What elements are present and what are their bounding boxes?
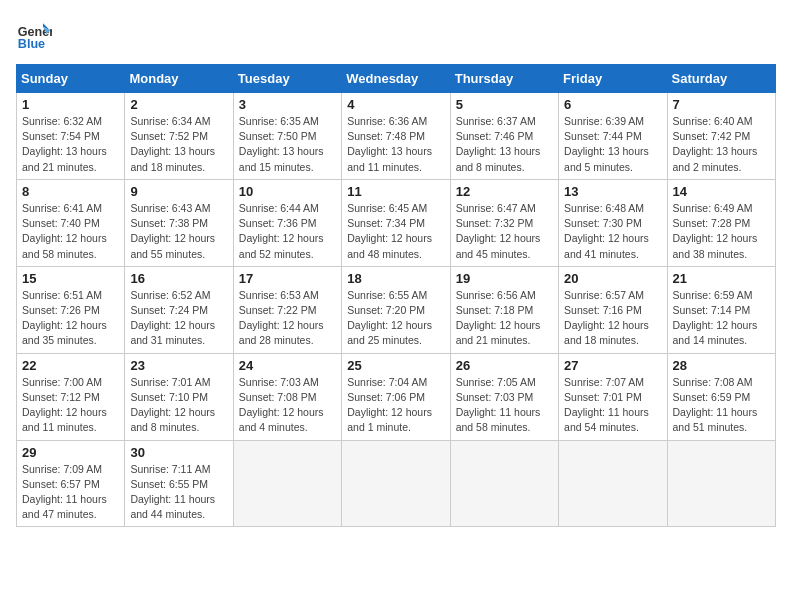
- calendar-day-13: 13Sunrise: 6:48 AMSunset: 7:30 PMDayligh…: [559, 179, 667, 266]
- header-tuesday: Tuesday: [233, 65, 341, 93]
- calendar-day-1: 1Sunrise: 6:32 AMSunset: 7:54 PMDaylight…: [17, 93, 125, 180]
- calendar-day-empty: [450, 440, 558, 527]
- header-thursday: Thursday: [450, 65, 558, 93]
- calendar-week-row: 29Sunrise: 7:09 AMSunset: 6:57 PMDayligh…: [17, 440, 776, 527]
- calendar-day-10: 10Sunrise: 6:44 AMSunset: 7:36 PMDayligh…: [233, 179, 341, 266]
- calendar-day-empty: [667, 440, 775, 527]
- calendar-day-8: 8Sunrise: 6:41 AMSunset: 7:40 PMDaylight…: [17, 179, 125, 266]
- calendar-day-19: 19Sunrise: 6:56 AMSunset: 7:18 PMDayligh…: [450, 266, 558, 353]
- calendar-day-30: 30Sunrise: 7:11 AMSunset: 6:55 PMDayligh…: [125, 440, 233, 527]
- calendar-day-12: 12Sunrise: 6:47 AMSunset: 7:32 PMDayligh…: [450, 179, 558, 266]
- calendar-day-4: 4Sunrise: 6:36 AMSunset: 7:48 PMDaylight…: [342, 93, 450, 180]
- calendar-day-25: 25Sunrise: 7:04 AMSunset: 7:06 PMDayligh…: [342, 353, 450, 440]
- svg-text:Blue: Blue: [18, 37, 45, 51]
- calendar-day-24: 24Sunrise: 7:03 AMSunset: 7:08 PMDayligh…: [233, 353, 341, 440]
- calendar-day-6: 6Sunrise: 6:39 AMSunset: 7:44 PMDaylight…: [559, 93, 667, 180]
- calendar-day-5: 5Sunrise: 6:37 AMSunset: 7:46 PMDaylight…: [450, 93, 558, 180]
- calendar-header-row: SundayMondayTuesdayWednesdayThursdayFrid…: [17, 65, 776, 93]
- calendar-day-empty: [233, 440, 341, 527]
- calendar-day-14: 14Sunrise: 6:49 AMSunset: 7:28 PMDayligh…: [667, 179, 775, 266]
- header-wednesday: Wednesday: [342, 65, 450, 93]
- calendar-day-empty: [342, 440, 450, 527]
- calendar-day-28: 28Sunrise: 7:08 AMSunset: 6:59 PMDayligh…: [667, 353, 775, 440]
- logo-icon: General Blue: [16, 16, 52, 52]
- header-saturday: Saturday: [667, 65, 775, 93]
- calendar-day-15: 15Sunrise: 6:51 AMSunset: 7:26 PMDayligh…: [17, 266, 125, 353]
- header-monday: Monday: [125, 65, 233, 93]
- calendar-day-16: 16Sunrise: 6:52 AMSunset: 7:24 PMDayligh…: [125, 266, 233, 353]
- calendar-week-row: 1Sunrise: 6:32 AMSunset: 7:54 PMDaylight…: [17, 93, 776, 180]
- calendar-week-row: 8Sunrise: 6:41 AMSunset: 7:40 PMDaylight…: [17, 179, 776, 266]
- calendar-day-27: 27Sunrise: 7:07 AMSunset: 7:01 PMDayligh…: [559, 353, 667, 440]
- calendar-day-empty: [559, 440, 667, 527]
- calendar-day-29: 29Sunrise: 7:09 AMSunset: 6:57 PMDayligh…: [17, 440, 125, 527]
- calendar-day-3: 3Sunrise: 6:35 AMSunset: 7:50 PMDaylight…: [233, 93, 341, 180]
- calendar-day-2: 2Sunrise: 6:34 AMSunset: 7:52 PMDaylight…: [125, 93, 233, 180]
- calendar-day-26: 26Sunrise: 7:05 AMSunset: 7:03 PMDayligh…: [450, 353, 558, 440]
- page-header: General Blue: [16, 16, 776, 52]
- calendar-day-11: 11Sunrise: 6:45 AMSunset: 7:34 PMDayligh…: [342, 179, 450, 266]
- header-sunday: Sunday: [17, 65, 125, 93]
- calendar-week-row: 15Sunrise: 6:51 AMSunset: 7:26 PMDayligh…: [17, 266, 776, 353]
- logo: General Blue: [16, 16, 52, 52]
- calendar-week-row: 22Sunrise: 7:00 AMSunset: 7:12 PMDayligh…: [17, 353, 776, 440]
- calendar-table: SundayMondayTuesdayWednesdayThursdayFrid…: [16, 64, 776, 527]
- calendar-day-20: 20Sunrise: 6:57 AMSunset: 7:16 PMDayligh…: [559, 266, 667, 353]
- calendar-day-21: 21Sunrise: 6:59 AMSunset: 7:14 PMDayligh…: [667, 266, 775, 353]
- calendar-day-18: 18Sunrise: 6:55 AMSunset: 7:20 PMDayligh…: [342, 266, 450, 353]
- header-friday: Friday: [559, 65, 667, 93]
- calendar-day-17: 17Sunrise: 6:53 AMSunset: 7:22 PMDayligh…: [233, 266, 341, 353]
- calendar-day-7: 7Sunrise: 6:40 AMSunset: 7:42 PMDaylight…: [667, 93, 775, 180]
- calendar-day-22: 22Sunrise: 7:00 AMSunset: 7:12 PMDayligh…: [17, 353, 125, 440]
- calendar-day-9: 9Sunrise: 6:43 AMSunset: 7:38 PMDaylight…: [125, 179, 233, 266]
- calendar-day-23: 23Sunrise: 7:01 AMSunset: 7:10 PMDayligh…: [125, 353, 233, 440]
